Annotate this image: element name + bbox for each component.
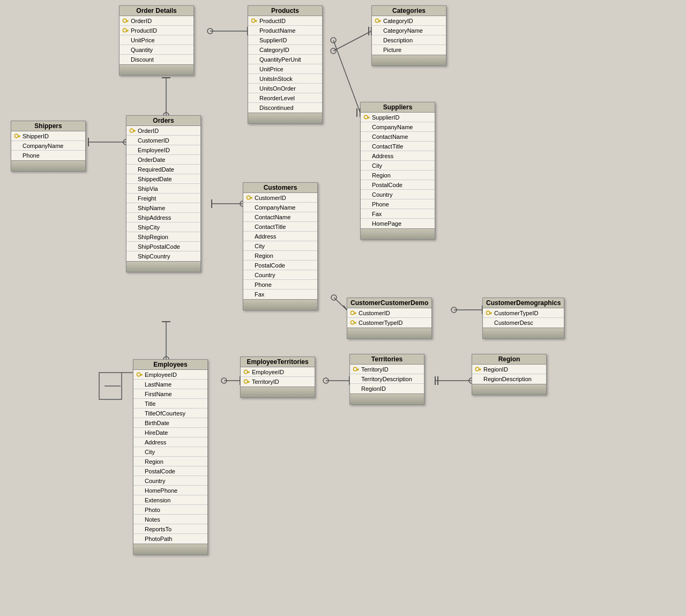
table-categories[interactable]: CategoriesCategoryIDCategoryNameDescript… xyxy=(371,5,446,66)
table-header-customerCustomerDemo: CustomerCustomerDemo xyxy=(347,298,431,308)
field-name: ProductID xyxy=(131,27,157,34)
table-footer-employees xyxy=(133,544,207,554)
pk-icon xyxy=(245,195,253,201)
field-row-categoryname: CategoryName xyxy=(372,26,446,35)
field-name: PhotoPath xyxy=(145,536,172,542)
svg-point-74 xyxy=(247,196,250,199)
field-row-shipcountry: ShipCountry xyxy=(126,251,200,261)
field-name: Address xyxy=(145,439,166,446)
svg-point-22 xyxy=(331,295,337,300)
field-row-requireddate: RequiredDate xyxy=(126,165,200,174)
field-name: Region xyxy=(372,172,391,179)
diagram-canvas: Order DetailsOrderIDProductIDUnitPriceQu… xyxy=(0,0,686,616)
field-name: City xyxy=(145,449,155,455)
table-header-region: Region xyxy=(472,354,546,365)
svg-point-98 xyxy=(244,380,247,383)
svg-point-25 xyxy=(451,307,457,313)
field-row-regionid: RegionID xyxy=(472,365,546,374)
field-name: RegionDescription xyxy=(483,376,532,382)
field-row-contacttitle: ContactTitle xyxy=(361,142,435,151)
field-name: Fax xyxy=(372,211,382,217)
field-row-homepage: HomePage xyxy=(361,219,435,228)
field-row-address: Address xyxy=(243,232,317,241)
field-name: BirthDate xyxy=(145,420,169,426)
field-row-region: Region xyxy=(243,251,317,261)
field-row-unitsinstock: UnitsInStock xyxy=(248,74,322,84)
table-region[interactable]: RegionRegionIDRegionDescription xyxy=(472,354,547,395)
field-name: ProductName xyxy=(259,27,295,34)
field-name: ShipCountry xyxy=(138,253,170,259)
field-name: Phone xyxy=(372,201,389,207)
field-name: EmployeeID xyxy=(252,369,284,375)
table-products[interactable]: ProductsProductIDProductNameSupplierIDCa… xyxy=(248,5,323,124)
field-row-discount: Discount xyxy=(120,55,193,64)
svg-point-5 xyxy=(331,48,336,54)
svg-point-9 xyxy=(331,38,336,43)
table-shippers[interactable]: ShippersShipperIDCompanyNamePhone xyxy=(11,121,86,172)
pk-icon xyxy=(122,18,129,24)
field-row-unitprice: UnitPrice xyxy=(120,35,193,45)
table-territories[interactable]: TerritoriesTerritoryIDTerritoryDescripti… xyxy=(349,354,424,405)
field-row-titleofcourtesy: TitleOfCourtesy xyxy=(133,409,207,418)
table-footer-orderDetails xyxy=(120,64,193,75)
field-name: ContactName xyxy=(372,133,408,140)
field-name: EmployeeID xyxy=(145,372,177,378)
table-customers[interactable]: CustomersCustomerIDCompanyNameContactNam… xyxy=(243,182,318,310)
field-name: Photo xyxy=(145,507,160,513)
field-name: Phone xyxy=(23,152,40,159)
field-row-shipcity: ShipCity xyxy=(126,222,200,232)
field-name: Region xyxy=(255,253,273,259)
field-row-discontinued: Discontinued xyxy=(248,103,322,113)
pk-icon xyxy=(13,133,21,139)
field-row-shipperid: ShipperID xyxy=(11,131,85,141)
field-name: ShipPostalCode xyxy=(138,243,180,250)
table-footer-suppliers xyxy=(361,228,435,239)
field-row-employeeid: EmployeeID xyxy=(241,367,315,377)
field-name: CompanyName xyxy=(23,143,63,149)
table-header-customerDemographics: CustomerDemographics xyxy=(483,298,564,308)
table-header-employees: Employees xyxy=(133,360,207,370)
table-customerCustomerDemo[interactable]: CustomerCustomerDemoCustomerIDCustomerTy… xyxy=(347,298,432,339)
table-suppliers[interactable]: SuppliersSupplierIDCompanyNameContactNam… xyxy=(360,102,435,240)
svg-point-102 xyxy=(353,367,356,370)
field-name: City xyxy=(372,162,382,169)
field-row-shipregion: ShipRegion xyxy=(126,232,200,242)
pk-icon xyxy=(243,369,250,375)
field-name: CategoryName xyxy=(383,27,423,34)
field-row-companyname: CompanyName xyxy=(11,141,85,151)
table-orderDetails[interactable]: Order DetailsOrderIDProductIDUnitPriceQu… xyxy=(119,5,194,76)
field-row-freight: Freight xyxy=(126,194,200,203)
field-row-fax: Fax xyxy=(361,209,435,219)
field-name: TerritoryID xyxy=(252,378,279,385)
field-row-orderid: OrderID xyxy=(126,126,200,136)
pk-icon xyxy=(363,114,370,121)
field-row-reorderlevel: ReorderLevel xyxy=(248,93,322,103)
svg-rect-32 xyxy=(99,373,122,399)
field-name: Phone xyxy=(255,281,272,288)
table-orders[interactable]: OrdersOrderIDCustomerIDEmployeeIDOrderDa… xyxy=(126,115,201,272)
svg-point-39 xyxy=(323,378,329,383)
connectors-svg xyxy=(0,0,686,616)
field-name: FirstName xyxy=(145,391,172,397)
svg-point-46 xyxy=(123,19,126,22)
field-row-customerid: CustomerID xyxy=(347,308,431,318)
table-header-shippers: Shippers xyxy=(11,121,85,131)
field-name: CustomerID xyxy=(359,310,390,316)
table-employeeTerritories[interactable]: EmployeeTerritoriesEmployeeIDTerritoryID xyxy=(240,357,315,398)
field-row-supplierid: SupplierID xyxy=(248,35,322,45)
field-name: Picture xyxy=(383,47,401,53)
field-name: PostalCode xyxy=(145,468,175,474)
field-row-productid: ProductID xyxy=(248,16,322,26)
field-row-city: City xyxy=(133,447,207,457)
field-name: Discount xyxy=(131,56,154,63)
field-row-categoryid: CategoryID xyxy=(372,16,446,26)
svg-line-21 xyxy=(334,298,347,310)
svg-point-94 xyxy=(244,370,247,373)
table-customerDemographics[interactable]: CustomerDemographicsCustomerTypeIDCustom… xyxy=(482,298,564,339)
svg-line-8 xyxy=(333,40,360,113)
field-row-city: City xyxy=(361,161,435,170)
pk-icon xyxy=(136,372,143,378)
table-employees[interactable]: EmployeesEmployeeIDLastNameFirstNameTitl… xyxy=(133,359,208,555)
field-row-customertypeid: CustomerTypeID xyxy=(347,318,431,328)
svg-point-54 xyxy=(251,19,255,22)
